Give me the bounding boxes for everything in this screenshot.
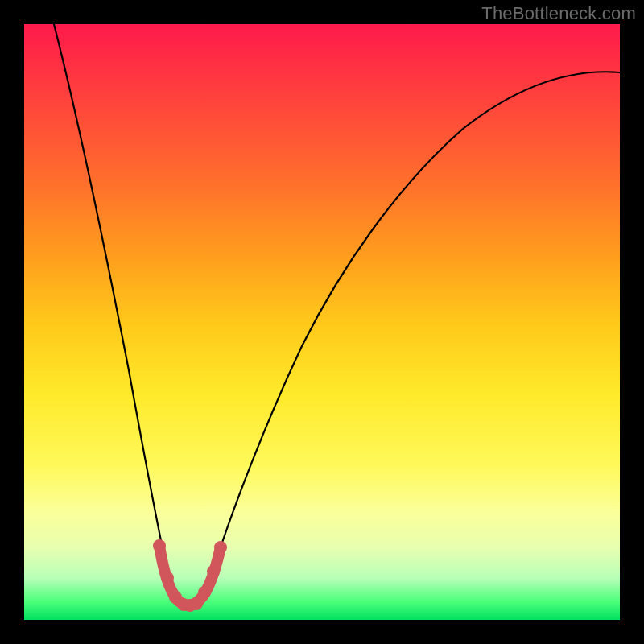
highlight-dot [214,541,227,554]
highlight-dot [207,565,220,578]
highlight-dot [190,597,203,610]
curve-svg [24,24,620,620]
highlight-dot [198,586,211,599]
plot-area [24,24,620,620]
highlight-dot [153,539,166,552]
chart-frame: TheBottleneck.com [0,0,644,644]
watermark-text: TheBottleneck.com [481,3,636,24]
bottleneck-curve [54,24,620,605]
highlight-dot [161,572,174,584]
